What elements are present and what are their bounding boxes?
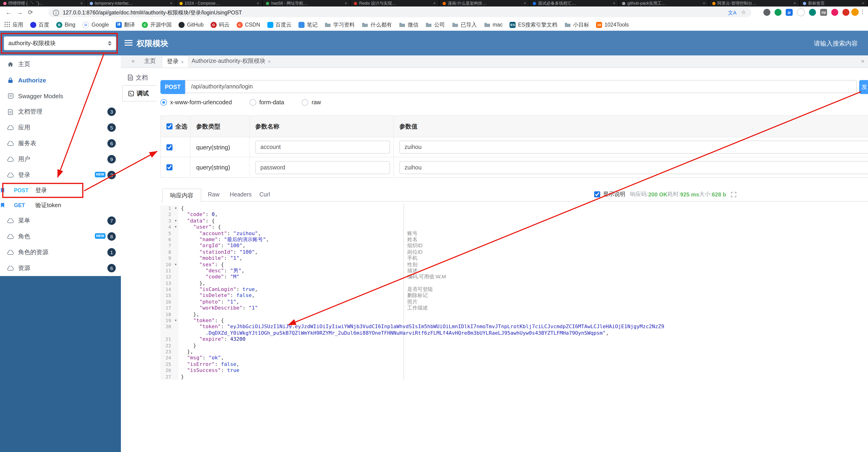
tab-close-icon[interactable]: × <box>344 1 347 6</box>
fullscreen-icon[interactable] <box>731 192 737 197</box>
bookmark-item[interactable]: GGoogle <box>82 21 109 28</box>
browser-tab[interactable]: 面试必备多线程汇…× <box>530 0 619 6</box>
site-info-icon[interactable]: i <box>53 9 59 16</box>
url-bar[interactable]: i 127.0.0.1:8760/api/gate/doc.html#/auth… <box>48 8 751 17</box>
tab-close-icon[interactable]: × <box>80 1 83 6</box>
extension-icon[interactable] <box>842 9 849 16</box>
sidebar-item-login[interactable]: 登录NEW2 <box>0 167 121 183</box>
sidebar-item-swagger-models[interactable]: Swagger Models <box>0 88 121 104</box>
browser-tab[interactable]: 哔哩哔哩 (゜-゜)…× <box>0 0 87 6</box>
collapse-tabs-icon[interactable]: « <box>131 58 134 64</box>
extension-icon[interactable] <box>775 9 781 16</box>
radio-raw[interactable]: raw <box>302 99 321 106</box>
bookmark-item[interactable]: mac <box>484 22 503 27</box>
bookmark-item[interactable]: 应用 <box>5 21 23 28</box>
bookmark-item[interactable]: 什么都有 <box>362 21 392 28</box>
tab-close-icon[interactable]: × <box>524 1 526 6</box>
browser-tab[interactable]: 漫画:什么是架构技…× <box>439 0 530 6</box>
bookmark-star-icon[interactable]: ☆ <box>741 9 746 16</box>
browser-tab[interactable]: temporary-interfac…× <box>87 0 176 6</box>
extension-icon[interactable] <box>797 8 805 16</box>
bookmark-item[interactable]: 百度云 <box>267 21 291 28</box>
sidebar-api-post-login[interactable]: POST登录 <box>0 183 121 198</box>
send-button[interactable]: 发 <box>859 80 868 94</box>
close-tab-icon[interactable]: × <box>181 59 184 64</box>
extension-icon[interactable]: zip <box>820 9 827 16</box>
tab-close-icon[interactable]: × <box>794 1 796 6</box>
fold-icon[interactable]: ▾ <box>173 205 179 211</box>
fold-icon[interactable]: ▾ <box>173 261 179 268</box>
browser-tab[interactable]: 1024 - Compose…× <box>176 0 263 6</box>
tab-debug[interactable]: 调试 <box>122 85 157 102</box>
tab-close-icon[interactable]: × <box>703 1 705 6</box>
bookmark-item[interactable]: 学习资料 <box>324 21 355 28</box>
search-input[interactable]: 请输入搜索内容 <box>814 39 858 48</box>
tab-close-icon[interactable]: × <box>257 1 259 6</box>
param-name-input[interactable] <box>255 141 390 153</box>
row-checkbox[interactable] <box>166 144 173 150</box>
forward-icon[interactable]: → <box>17 9 23 16</box>
back-icon[interactable]: ← <box>6 9 11 16</box>
browser-menu-icon[interactable]: ⋮ <box>860 8 865 15</box>
tab-login[interactable]: 登录 × <box>162 55 189 67</box>
tab-curl[interactable]: Curl <box>259 191 270 198</box>
browser-tab[interactable]: 阿里云-管理控制台…× <box>709 0 800 6</box>
api-path-field[interactable]: /api/authority/anno/login <box>185 80 857 93</box>
profile-avatar[interactable] <box>851 8 859 16</box>
sidebar-api-get-verify-token[interactable]: GET验证token <box>0 198 121 213</box>
fold-icon[interactable]: ▾ <box>173 224 179 230</box>
sidebar-item-app[interactable]: 应用5 <box>0 120 121 136</box>
bookmark-item[interactable]: 微信 <box>399 21 418 28</box>
browser-tab[interactable]: hao58 - 网址导航…× <box>263 0 351 6</box>
bookmark-item[interactable]: C开源中国 <box>142 21 172 28</box>
tab-headers[interactable]: Headers <box>230 191 252 198</box>
browser-tab[interactable]: Redis 设计与实现…× <box>351 0 439 6</box>
bookmark-item[interactable]: ESES搜索引擎文档 <box>510 21 557 28</box>
sidebar-item-authorize[interactable]: Authorize <box>0 72 121 88</box>
sidebar-item-menu[interactable]: 菜单7 <box>0 213 121 229</box>
param-value-input[interactable] <box>399 141 868 153</box>
radio-form-data[interactable]: form-data <box>249 99 284 106</box>
reload-icon[interactable]: ⟳ <box>28 9 33 16</box>
expand-tabs-icon[interactable]: » <box>861 58 864 64</box>
sidebar-item-service[interactable]: 服务表6 <box>0 136 121 151</box>
menu-toggle-icon[interactable] <box>125 40 132 47</box>
sidebar-item-home[interactable]: 主页 <box>0 56 121 72</box>
bookmark-item[interactable]: 已导入 <box>452 21 477 28</box>
select-all-checkbox[interactable] <box>166 123 173 130</box>
tab-close-icon[interactable]: × <box>613 1 615 6</box>
tab-raw[interactable]: Raw <box>208 191 219 198</box>
row-checkbox[interactable] <box>166 164 173 170</box>
tab-document[interactable]: 文档 <box>122 70 157 85</box>
param-name-input[interactable] <box>255 161 390 174</box>
sidebar-item-role[interactable]: 角色NEW8 <box>0 229 121 245</box>
extension-icon[interactable]: jp <box>786 9 793 16</box>
module-select[interactable]: authority-权限模块 <box>4 36 116 50</box>
sidebar-item-resource[interactable]: 资源6 <box>0 260 121 276</box>
tab-response-content[interactable]: 响应内容 <box>162 189 201 202</box>
extension-icon[interactable] <box>831 9 838 16</box>
param-value-input[interactable] <box>399 161 868 174</box>
tab-home[interactable]: 主页 <box>144 55 156 67</box>
bookmark-item[interactable]: CCSDN <box>237 22 260 28</box>
sidebar-item-user[interactable]: 用户9 <box>0 151 121 167</box>
tab-authorize-module[interactable]: Authorize-authority-权限模块 × <box>191 55 271 67</box>
fold-icon[interactable]: ▾ <box>173 317 179 324</box>
sidebar-item-role-resource[interactable]: 角色的资源1 <box>0 245 121 260</box>
bookmark-item[interactable]: 百度 <box>30 21 49 28</box>
tab-close-icon[interactable]: × <box>170 1 173 6</box>
bookmark-item[interactable]: GitHub <box>179 22 204 28</box>
translate-icon[interactable]: 文A <box>728 9 737 16</box>
extension-icon[interactable] <box>764 9 770 16</box>
radio-x-www-form-urlencoded[interactable]: x-www-form-urlencoded <box>160 99 232 106</box>
extension-icon[interactable] <box>809 9 816 16</box>
bookmark-item[interactable]: BBing <box>56 22 75 28</box>
browser-tab[interactable]: 新标签页× <box>800 0 868 6</box>
tab-close-icon[interactable]: × <box>862 1 864 6</box>
bookmark-item[interactable]: 笔记 <box>299 21 317 28</box>
browser-tab[interactable]: github-pack实用工…× <box>619 0 709 6</box>
sidebar-item-doc-manage[interactable]: 文档管理3 <box>0 104 121 120</box>
tab-close-icon[interactable]: × <box>433 1 436 6</box>
bookmark-item[interactable]: G码云 <box>211 21 230 28</box>
bookmark-item[interactable]: 译翻译 <box>116 21 135 28</box>
